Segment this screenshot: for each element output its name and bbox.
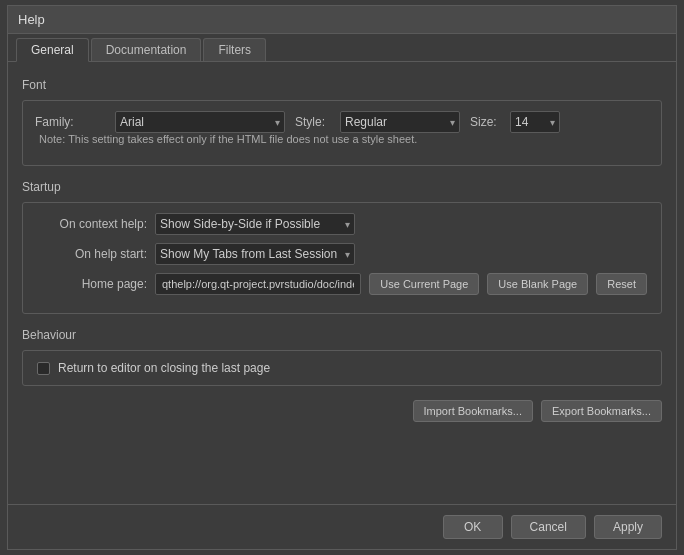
family-arrow-icon: ▾ <box>275 117 280 128</box>
help-select[interactable]: Show My Tabs from Last Session ▾ <box>155 243 355 265</box>
tab-general[interactable]: General <box>16 38 89 62</box>
dialog: Help General Documentation Filters Font … <box>7 5 677 550</box>
help-arrow-icon: ▾ <box>345 249 350 260</box>
family-select[interactable]: Arial ▾ <box>115 111 285 133</box>
checkbox-row: Return to editor on closing the last pag… <box>37 361 647 375</box>
family-label: Family: <box>35 115 105 129</box>
family-value: Arial <box>120 115 144 129</box>
help-value: Show My Tabs from Last Session <box>160 247 337 261</box>
context-value: Show Side-by-Side if Possible <box>160 217 320 231</box>
behaviour-section-title: Behaviour <box>22 328 662 342</box>
footer: OK Cancel Apply <box>8 504 676 549</box>
behaviour-group: Return to editor on closing the last pag… <box>22 350 662 386</box>
export-bookmarks-button[interactable]: Export Bookmarks... <box>541 400 662 422</box>
help-start-row: On help start: Show My Tabs from Last Se… <box>37 243 647 265</box>
context-select[interactable]: Show Side-by-Side if Possible ▾ <box>155 213 355 235</box>
bookmarks-row: Import Bookmarks... Export Bookmarks... <box>22 400 662 422</box>
style-select[interactable]: Regular ▾ <box>340 111 460 133</box>
font-group: Family: Arial ▾ Style: Regular ▾ Size: 1… <box>22 100 662 166</box>
size-value: 14 <box>515 115 528 129</box>
context-help-row: On context help: Show Side-by-Side if Po… <box>37 213 647 235</box>
home-page-row: Home page: Use Current Page Use Blank Pa… <box>37 273 647 295</box>
import-bookmarks-button[interactable]: Import Bookmarks... <box>413 400 533 422</box>
startup-section-title: Startup <box>22 180 662 194</box>
reset-button[interactable]: Reset <box>596 273 647 295</box>
font-row: Family: Arial ▾ Style: Regular ▾ Size: 1… <box>35 111 649 133</box>
ok-button[interactable]: OK <box>443 515 503 539</box>
checkbox-label: Return to editor on closing the last pag… <box>58 361 270 375</box>
tab-documentation[interactable]: Documentation <box>91 38 202 61</box>
context-label: On context help: <box>37 217 147 231</box>
size-select[interactable]: 14 ▾ <box>510 111 560 133</box>
help-label: On help start: <box>37 247 147 261</box>
tab-filters[interactable]: Filters <box>203 38 266 61</box>
size-arrow-icon: ▾ <box>550 117 555 128</box>
dialog-title: Help <box>18 12 45 27</box>
apply-button[interactable]: Apply <box>594 515 662 539</box>
use-blank-button[interactable]: Use Blank Page <box>487 273 588 295</box>
style-value: Regular <box>345 115 387 129</box>
startup-group: On context help: Show Side-by-Side if Po… <box>22 202 662 314</box>
style-label: Style: <box>295 115 330 129</box>
style-arrow-icon: ▾ <box>450 117 455 128</box>
return-to-editor-checkbox[interactable] <box>37 362 50 375</box>
home-input[interactable] <box>155 273 361 295</box>
title-bar: Help <box>8 6 676 34</box>
font-note: Note: This setting takes effect only if … <box>39 133 649 145</box>
use-current-button[interactable]: Use Current Page <box>369 273 479 295</box>
context-arrow-icon: ▾ <box>345 219 350 230</box>
font-section-title: Font <box>22 78 662 92</box>
cancel-button[interactable]: Cancel <box>511 515 586 539</box>
size-label: Size: <box>470 115 500 129</box>
tab-content: Font Family: Arial ▾ Style: Regular ▾ Si… <box>8 62 676 504</box>
tab-bar: General Documentation Filters <box>8 34 676 62</box>
home-label: Home page: <box>37 277 147 291</box>
